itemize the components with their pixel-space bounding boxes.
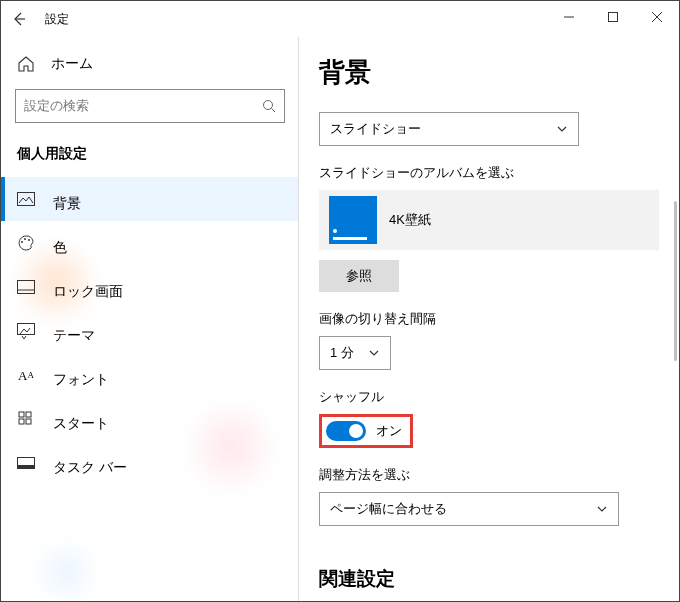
- scrollbar[interactable]: [674, 201, 677, 361]
- minimize-icon: [564, 12, 574, 22]
- related-settings-heading: 関連設定: [319, 566, 659, 592]
- svg-point-8: [21, 241, 23, 243]
- theme-icon: [17, 322, 35, 340]
- svg-rect-11: [18, 281, 35, 294]
- search-placeholder: 設定の検索: [24, 97, 89, 115]
- shuffle-highlight-box: オン: [319, 414, 413, 448]
- shuffle-label: シャッフル: [319, 388, 659, 406]
- combo-value: スライドショー: [330, 120, 421, 138]
- maximize-button[interactable]: [591, 1, 635, 33]
- sidebar-item-fonts[interactable]: AA フォント: [1, 353, 299, 397]
- chevron-down-icon: [596, 503, 608, 515]
- sidebar-item-lock-screen[interactable]: ロック画面: [1, 265, 299, 309]
- toggle-state-text: オン: [376, 422, 402, 440]
- sidebar-item-label: ロック画面: [53, 283, 123, 301]
- home-label: ホーム: [51, 55, 93, 73]
- svg-rect-19: [18, 465, 35, 469]
- sidebar-item-label: 色: [53, 239, 67, 257]
- svg-rect-14: [19, 412, 24, 417]
- combo-value: ページ幅に合わせる: [330, 500, 447, 518]
- sidebar-item-background[interactable]: 背景: [1, 177, 299, 221]
- interval-label: 画像の切り替え間隔: [319, 310, 659, 328]
- sidebar-item-taskbar[interactable]: タスク バー: [1, 441, 299, 485]
- svg-point-9: [24, 238, 26, 240]
- arrow-left-icon: [11, 11, 27, 27]
- font-icon: AA: [17, 366, 35, 384]
- search-icon: [262, 99, 276, 113]
- svg-rect-13: [18, 324, 35, 335]
- combo-value: 1 分: [330, 344, 354, 362]
- interval-select[interactable]: 1 分: [319, 336, 391, 370]
- svg-rect-16: [19, 419, 24, 424]
- sidebar-item-label: 背景: [53, 195, 81, 213]
- chevron-down-icon: [368, 347, 380, 359]
- sidebar-item-label: タスク バー: [53, 459, 127, 477]
- sidebar-item-themes[interactable]: テーマ: [1, 309, 299, 353]
- window-title: 設定: [45, 11, 69, 28]
- fit-select[interactable]: ページ幅に合わせる: [319, 492, 619, 526]
- sidebar: ホーム 設定の検索 個人用設定 背景 色 ロック画面: [1, 37, 299, 601]
- svg-rect-12: [18, 290, 35, 294]
- album-label: スライドショーのアルバムを選ぶ: [319, 164, 659, 182]
- home-button[interactable]: ホーム: [1, 37, 299, 85]
- album-name: 4K壁紙: [389, 211, 431, 229]
- svg-point-5: [264, 101, 273, 110]
- sidebar-section-heading: 個人用設定: [1, 139, 299, 177]
- back-button[interactable]: [9, 9, 29, 29]
- sidebar-item-label: フォント: [53, 371, 109, 389]
- close-button[interactable]: [635, 1, 679, 33]
- chevron-down-icon: [556, 123, 568, 135]
- picture-icon: [17, 190, 35, 208]
- minimize-button[interactable]: [547, 1, 591, 33]
- background-mode-select[interactable]: スライドショー: [319, 112, 579, 146]
- folder-thumb-icon: [329, 196, 377, 244]
- window-controls: [547, 1, 679, 33]
- start-icon: [17, 410, 35, 428]
- sidebar-item-colors[interactable]: 色: [1, 221, 299, 265]
- browse-button[interactable]: 参照: [319, 260, 399, 292]
- maximize-icon: [608, 12, 618, 22]
- page-title: 背景: [319, 55, 659, 90]
- sidebar-item-label: スタート: [53, 415, 109, 433]
- fit-label: 調整方法を選ぶ: [319, 466, 659, 484]
- close-icon: [652, 12, 662, 22]
- shuffle-toggle[interactable]: [326, 421, 366, 441]
- svg-rect-15: [26, 412, 31, 417]
- content-panel: 背景 スライドショー スライドショーのアルバムを選ぶ 4K壁紙 参照 画像の切り…: [299, 37, 679, 601]
- search-input[interactable]: 設定の検索: [15, 89, 285, 123]
- album-row[interactable]: 4K壁紙: [319, 190, 659, 250]
- svg-rect-17: [26, 419, 31, 424]
- palette-icon: [17, 234, 35, 252]
- sidebar-item-label: テーマ: [53, 327, 95, 345]
- svg-rect-2: [609, 13, 618, 22]
- svg-rect-7: [18, 193, 35, 206]
- svg-line-6: [272, 109, 276, 113]
- sidebar-item-start[interactable]: スタート: [1, 397, 299, 441]
- svg-point-10: [28, 239, 30, 241]
- lock-screen-icon: [17, 278, 35, 296]
- taskbar-icon: [17, 454, 35, 472]
- home-icon: [17, 55, 35, 73]
